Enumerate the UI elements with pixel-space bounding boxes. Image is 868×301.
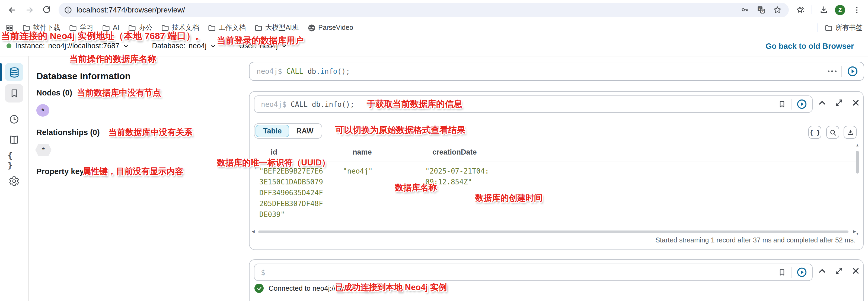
user-value: neo4j (260, 42, 278, 50)
editor-code[interactable]: neo4j$ CALL db.info(); (257, 67, 828, 75)
sidebar-item-database[interactable] (5, 63, 23, 81)
panel-title: Database information (36, 71, 131, 82)
bookmark-label: 办公 (139, 23, 152, 32)
book-icon (9, 134, 20, 145)
horizontal-scrollbar[interactable]: ◀ ▶ (252, 229, 856, 235)
user-dropdown[interactable]: User: neo4j (239, 42, 288, 50)
rerun-query-icon[interactable] (796, 99, 807, 109)
password-key-icon[interactable] (739, 4, 751, 16)
all-bookmarks-folder[interactable]: 所有书签 (825, 23, 863, 32)
all-bookmarks-label: 所有书签 (835, 23, 863, 32)
download-result-icon[interactable] (844, 126, 857, 139)
prompt-frame: $ Connected to neo4j://localhost:7687 (249, 259, 864, 301)
collapse-frame-icon[interactable] (818, 267, 826, 275)
site-info-icon[interactable] (64, 6, 72, 14)
check-circle-icon (254, 283, 264, 293)
go-back-old-browser-link[interactable]: Go back to old Browser (766, 41, 854, 50)
frame-editor-divider (791, 99, 792, 109)
back-icon[interactable] (5, 3, 19, 16)
sidebar-item-parameters[interactable]: { } (8, 154, 21, 167)
save-bookmark-icon[interactable] (778, 268, 786, 276)
bookmark-parsevideo[interactable]: ParseVideo (307, 24, 353, 32)
downloads-icon[interactable] (817, 4, 830, 16)
database-label: Database: (152, 42, 185, 50)
sidebar-item-bookmarks[interactable] (5, 84, 23, 102)
profile-avatar[interactable]: Z (835, 5, 845, 15)
view-json-icon[interactable]: { } (808, 126, 822, 139)
close-frame-icon[interactable] (852, 99, 860, 107)
frame-query-text: CALL db.info(); (286, 100, 354, 108)
bookmark-label: 工作文档 (219, 23, 246, 32)
expand-frame-icon[interactable] (835, 267, 843, 275)
token-call: CALL (282, 67, 308, 75)
scroll-right-icon[interactable]: ▶ (853, 229, 856, 234)
folder-icon (22, 24, 30, 32)
cypher-editor[interactable]: neo4j$ CALL db.info(); (249, 62, 864, 81)
scroll-left-icon[interactable]: ◀ (252, 229, 255, 234)
folder-icon (825, 24, 833, 32)
search-result-icon[interactable] (826, 126, 839, 139)
bookmark-folder[interactable]: 大模型AI班 (254, 23, 299, 32)
token-db: db. (308, 67, 320, 75)
save-bookmark-icon[interactable] (778, 100, 786, 108)
editor-divider (841, 66, 842, 77)
forward-icon[interactable] (23, 3, 36, 16)
database-dropdown[interactable]: Database: neo4j (152, 42, 216, 50)
close-frame-icon[interactable] (852, 267, 860, 275)
toolbar-right: Z (794, 4, 863, 16)
browser-menu-icon[interactable] (850, 4, 863, 16)
token-info: info (320, 67, 337, 75)
translate-icon[interactable]: G文 (755, 4, 767, 16)
result-frame: neo4j$ CALL db.info(); Table RAW (249, 91, 864, 250)
sidebar-item-history[interactable] (8, 113, 21, 126)
expand-frame-icon[interactable] (835, 99, 843, 107)
run-query-icon[interactable] (796, 267, 807, 278)
column-header-id: id (271, 148, 277, 156)
column-header-creationdate: creationDate (432, 148, 477, 156)
svg-text:文: 文 (761, 9, 764, 13)
horizontal-scroll-thumb[interactable] (258, 231, 848, 233)
reload-icon[interactable] (40, 3, 53, 16)
sidebar-item-settings[interactable] (8, 175, 21, 188)
instance-dropdown[interactable]: Instance: neo4j://localhost:7687 (15, 42, 129, 50)
bookmark-folder[interactable]: 工作文档 (208, 23, 246, 32)
globe-icon (307, 24, 315, 32)
editor-more-icon[interactable] (828, 70, 837, 72)
scroll-up-icon[interactable]: ▲ (855, 143, 860, 147)
address-bar[interactable]: localhost:7474/browser/preview/ G文 (59, 2, 789, 17)
apps-grid-icon[interactable] (5, 24, 13, 32)
frame-query-editor[interactable]: neo4j$ CALL db.info(); (254, 96, 813, 113)
neo4j-browser-window: localhost:7474/browser/preview/ G文 Z (0, 0, 868, 301)
clock-icon (9, 114, 20, 125)
tab-table[interactable]: Table (255, 125, 289, 137)
vertical-scrollbar[interactable]: ▲ ▼ (855, 143, 860, 235)
frame2-editor[interactable]: $ (254, 264, 813, 281)
row-number: 1 (254, 165, 257, 170)
connection-status-dot (6, 43, 11, 48)
node-label-pill[interactable]: * (36, 104, 50, 116)
browser-toolbar: localhost:7474/browser/preview/ G文 Z (0, 0, 868, 20)
frame-prompt: neo4j$ (261, 100, 286, 108)
sidebar-item-guides[interactable] (8, 133, 21, 146)
collections-star-icon[interactable] (794, 4, 806, 16)
folder-icon (208, 24, 216, 32)
bookmark-folder[interactable]: 软件下载 (22, 23, 60, 32)
collapse-frame-icon[interactable] (818, 99, 826, 107)
bookmark-star-icon[interactable] (771, 4, 783, 16)
cell-id: "BEF2EB9B27E7E63E150C1DADB5079DFF3490635… (259, 166, 323, 220)
bookmark-folder[interactable]: 技术文档 (161, 23, 199, 32)
tab-raw[interactable]: RAW (289, 125, 321, 136)
url-text[interactable]: localhost:7474/browser/preview/ (76, 5, 735, 14)
bookmark-folder[interactable]: 办公 (128, 23, 152, 32)
relationships-heading: Relationships (0) (36, 128, 100, 137)
vertical-scroll-thumb[interactable] (856, 151, 859, 173)
frame2-prompt: $ (261, 268, 265, 276)
instance-label: Instance: (15, 42, 45, 50)
folder-icon (69, 24, 77, 32)
relationship-type-pill[interactable]: * (35, 144, 52, 156)
gear-icon (9, 176, 20, 187)
run-query-icon[interactable] (847, 66, 858, 77)
bookmark-folder[interactable]: AI (102, 24, 119, 32)
bookmark-folder[interactable]: 学习 (69, 23, 93, 32)
bookmark-label: 大模型AI班 (265, 23, 299, 32)
